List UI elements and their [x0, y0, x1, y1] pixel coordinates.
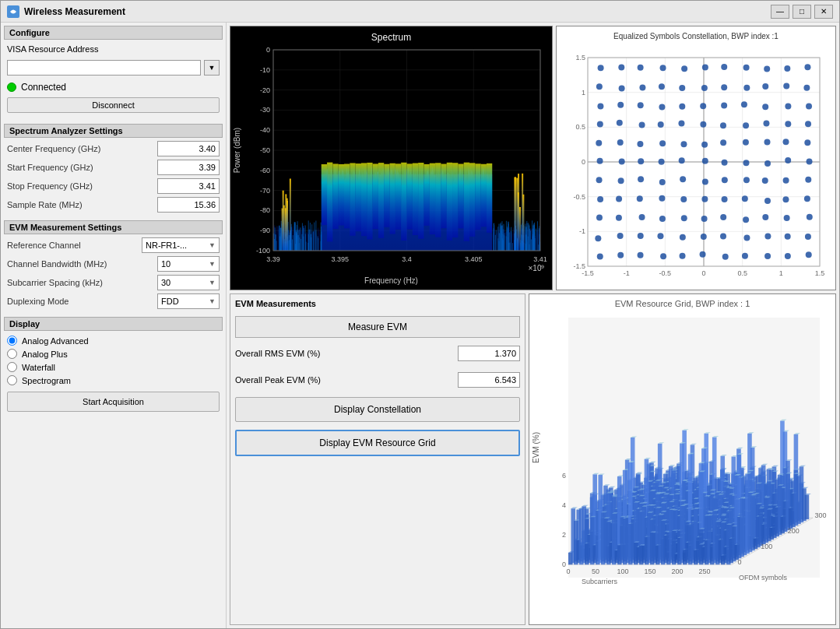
constellation-plot	[556, 26, 836, 290]
ref-channel-value: NR-FR1-...	[146, 241, 187, 250]
channel-bw-row: Channel Bandwidth (MHz) 10 ▼	[4, 256, 223, 272]
configure-section: Configure VISA Resource Address ▼ Connec…	[4, 26, 223, 119]
close-button[interactable]: ✕	[814, 5, 833, 19]
stop-freq-input[interactable]	[157, 178, 220, 194]
configure-header: Configure	[4, 26, 223, 40]
display-header: Display	[4, 317, 223, 331]
subcarrier-label: Subcarrier Spacing (kHz)	[7, 278, 157, 287]
display-evm-resource-grid-button[interactable]: Display EVM Resource Grid	[235, 430, 520, 456]
rms-evm-label: Overall RMS EVM (%)	[235, 349, 458, 358]
start-btn-wrapper: Start Acquisition	[4, 387, 223, 416]
left-panel: Configure VISA Resource Address ▼ Connec…	[1, 23, 227, 628]
peak-evm-row: Overall Peak EVM (%) 6.543	[235, 369, 520, 391]
duplexing-row: Duplexing Mode FDD ▼	[4, 293, 223, 309]
channel-bw-dropdown[interactable]: 10 ▼	[157, 256, 220, 272]
display-section: Display Analog Advanced Analog Plus Wate…	[4, 317, 223, 416]
peak-evm-label: Overall Peak EVM (%)	[235, 375, 458, 385]
connection-led	[7, 83, 16, 92]
title-buttons: — □ ✕	[771, 5, 833, 19]
disconnect-button[interactable]: Disconnect	[7, 97, 220, 113]
start-freq-label: Start Frequency (GHz)	[7, 163, 157, 172]
sample-rate-label: Sample Rate (MHz)	[7, 200, 157, 209]
radio-analog-advanced-row: Analog Advanced	[4, 334, 223, 347]
rms-evm-value: 1.370	[458, 346, 520, 361]
channel-bw-label: Channel Bandwidth (MHz)	[7, 259, 157, 269]
start-acquisition-button[interactable]: Start Acquisition	[7, 392, 220, 412]
spectrum-canvas	[230, 26, 552, 290]
ref-channel-arrow: ▼	[209, 241, 216, 249]
rms-evm-row: Overall RMS EVM (%) 1.370	[235, 343, 520, 364]
subcarrier-value: 30	[161, 278, 170, 287]
radio-analog-advanced-label: Analog Advanced	[22, 336, 89, 346]
stop-freq-row: Stop Frequency (GHz)	[4, 178, 223, 194]
evm-settings-section: EVM Measurement Settings Reference Chann…	[4, 220, 223, 312]
duplexing-dropdown[interactable]: FDD ▼	[157, 293, 220, 309]
radio-spectrogram-label: Spectrogram	[22, 376, 71, 385]
duplexing-label: Duplexing Mode	[7, 297, 157, 306]
peak-evm-value: 6.543	[458, 372, 520, 388]
window-title: Wireless Measurement	[24, 6, 125, 17]
subcarrier-arrow: ▼	[209, 279, 216, 286]
ref-channel-label: Reference Channel	[7, 241, 142, 250]
channel-bw-value: 10	[161, 259, 170, 269]
radio-waterfall-row: Waterfall	[4, 360, 223, 374]
evm-panel-title: EVM Measurements	[235, 299, 520, 308]
resource-grid-canvas	[529, 294, 835, 624]
radio-analog-advanced[interactable]	[7, 336, 17, 346]
sample-rate-input[interactable]	[157, 197, 220, 213]
duplexing-value: FDD	[161, 297, 179, 306]
center-freq-row: Center Frequency (GHz)	[4, 141, 223, 156]
duplexing-arrow: ▼	[209, 297, 216, 305]
display-constellation-button[interactable]: Display Constellation	[235, 397, 520, 422]
visa-row: ▼	[4, 57, 223, 79]
visa-dropdown-arrow[interactable]: ▼	[204, 60, 220, 76]
radio-analog-plus[interactable]	[7, 349, 17, 359]
radio-waterfall[interactable]	[7, 362, 17, 372]
radio-analog-plus-label: Analog Plus	[22, 350, 68, 359]
minimize-button[interactable]: —	[771, 5, 789, 19]
evm-settings-header: EVM Measurement Settings	[4, 220, 223, 234]
right-area: EVM Measurements Measure EVM Overall RMS…	[227, 23, 839, 628]
top-plots	[230, 26, 836, 290]
evm-panel: EVM Measurements Measure EVM Overall RMS…	[230, 293, 525, 625]
title-bar: Wireless Measurement — □ ✕	[1, 1, 839, 23]
sample-rate-row: Sample Rate (MHz)	[4, 197, 223, 213]
measure-evm-button[interactable]: Measure EVM	[235, 316, 520, 338]
app-icon	[7, 5, 19, 18]
spectrum-plot	[230, 26, 553, 290]
subcarrier-row: Subcarrier Spacing (kHz) 30 ▼	[4, 275, 223, 290]
connected-label: Connected	[21, 82, 66, 93]
main-window: Wireless Measurement — □ ✕ Configure VIS…	[0, 0, 840, 629]
stop-freq-label: Stop Frequency (GHz)	[7, 181, 157, 191]
main-content: Configure VISA Resource Address ▼ Connec…	[1, 23, 839, 628]
connected-row: Connected	[4, 79, 223, 96]
visa-input[interactable]	[7, 60, 201, 76]
spectrum-settings-section: Spectrum Analyzer Settings Center Freque…	[4, 124, 223, 216]
disconnect-btn-wrapper: Disconnect	[4, 96, 223, 114]
maximize-button[interactable]: □	[793, 5, 811, 19]
visa-label: VISA Resource Address	[4, 43, 223, 55]
channel-bw-arrow: ▼	[209, 260, 216, 268]
center-freq-input[interactable]	[157, 141, 220, 156]
constellation-canvas	[557, 26, 835, 290]
resource-grid-plot	[529, 293, 836, 625]
start-freq-row: Start Frequency (GHz)	[4, 160, 223, 175]
ref-channel-row: Reference Channel NR-FR1-... ▼	[4, 237, 223, 253]
subcarrier-dropdown[interactable]: 30 ▼	[157, 275, 220, 290]
start-freq-input[interactable]	[157, 160, 220, 175]
radio-spectrogram[interactable]	[7, 375, 17, 385]
spectrum-settings-header: Spectrum Analyzer Settings	[4, 124, 223, 138]
center-freq-label: Center Frequency (GHz)	[7, 144, 157, 153]
ref-channel-dropdown[interactable]: NR-FR1-... ▼	[142, 237, 220, 253]
bottom-area: EVM Measurements Measure EVM Overall RMS…	[230, 293, 836, 625]
radio-spectrogram-row: Spectrogram	[4, 374, 223, 387]
radio-analog-plus-row: Analog Plus	[4, 347, 223, 360]
radio-waterfall-label: Waterfall	[22, 363, 55, 372]
title-bar-left: Wireless Measurement	[7, 5, 125, 18]
